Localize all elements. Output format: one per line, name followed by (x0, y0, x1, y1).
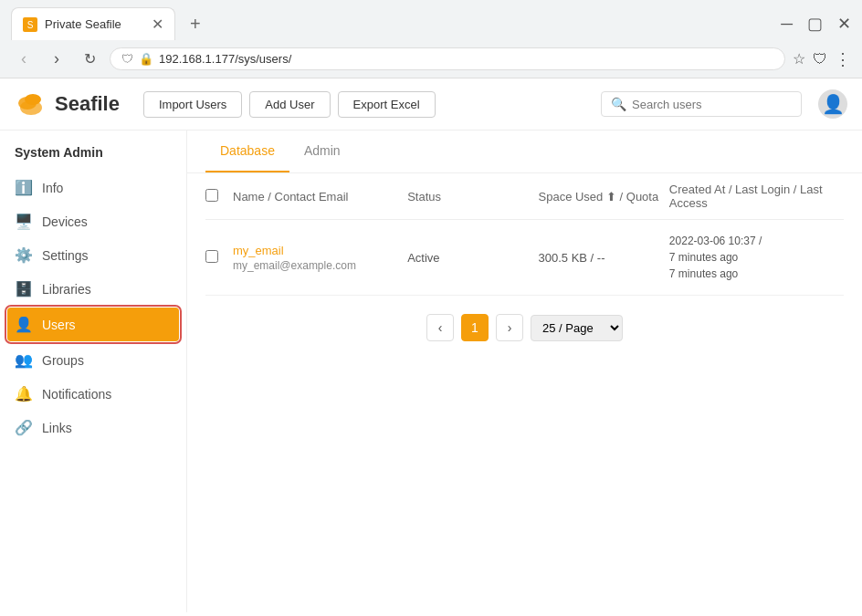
browser-title-bar: S Private Seafile ✕ + ─ ▢ ✕ (0, 0, 862, 40)
browser-menu-button[interactable]: ⋮ (835, 49, 851, 69)
column-header-status: Status (407, 190, 538, 204)
next-page-button[interactable]: › (496, 314, 523, 341)
forward-button[interactable]: › (44, 49, 69, 68)
tab-favicon: S (23, 17, 37, 32)
add-user-button[interactable]: Add User (249, 91, 330, 118)
content-area: Database Admin Name / Contact Email Stat… (187, 131, 862, 612)
cell-name: my_email my_email@example.com (233, 244, 407, 272)
header-action-buttons: Import Users Add User Export Excel (143, 91, 592, 118)
sidebar-item-users-label: Users (42, 318, 76, 332)
sidebar-item-libraries[interactable]: 🗄️ Libraries (0, 272, 186, 306)
maximize-button[interactable]: ▢ (807, 14, 823, 34)
lock-icon: 🔒 (139, 52, 153, 66)
sidebar-item-notifications[interactable]: 🔔 Notifications (0, 377, 186, 411)
info-icon: ℹ️ (15, 179, 33, 196)
new-tab-button[interactable]: + (183, 10, 208, 38)
sidebar-item-notifications-label: Notifications (42, 387, 111, 402)
table-header: Name / Contact Email Status Space Used ⬆… (205, 173, 844, 220)
sidebar-item-groups-label: Groups (42, 353, 84, 368)
sidebar-item-devices[interactable]: 🖥️ Devices (0, 204, 186, 238)
prev-page-button[interactable]: ‹ (426, 314, 454, 341)
sidebar-item-settings-label: Settings (42, 248, 89, 263)
user-email: my_email@example.com (233, 259, 356, 272)
column-header-created: Created At / Last Login / Last Access (669, 183, 844, 210)
tab-admin[interactable]: Admin (289, 131, 355, 172)
app-header: Seafile Import Users Add User Export Exc… (0, 78, 862, 131)
column-header-space: Space Used ⬆ / Quota (539, 190, 669, 204)
sidebar-item-users[interactable]: 👤 Users (7, 308, 179, 341)
bookmark-button[interactable]: ☆ (793, 50, 805, 68)
window-controls: ─ ▢ ✕ (781, 14, 851, 34)
notifications-icon: 🔔 (15, 385, 33, 402)
cell-created: 2022-03-06 10:37 / 7 minutes ago 7 minut… (669, 233, 844, 282)
search-icon: 🔍 (611, 97, 626, 111)
groups-icon: 👥 (15, 351, 33, 369)
users-table: Name / Contact Email Status Space Used ⬆… (187, 173, 862, 296)
browser-tab[interactable]: S Private Seafile ✕ (11, 7, 175, 40)
search-input[interactable] (632, 98, 778, 111)
sidebar-item-info[interactable]: ℹ️ Info (0, 171, 186, 204)
sidebar-heading: System Admin (0, 145, 186, 171)
sidebar-item-settings[interactable]: ⚙️ Settings (0, 238, 186, 272)
per-page-select[interactable]: 25 / Page 50 / Page 100 / Page (531, 315, 623, 341)
browser-nav-bar: ‹ › ↻ 🛡 🔒 192.168.1.177/sys/users/ ☆ 🛡 ⋮ (0, 40, 862, 78)
import-users-button[interactable]: Import Users (143, 91, 242, 118)
svg-point-4 (25, 94, 41, 105)
row-checkbox[interactable] (205, 250, 218, 263)
sidebar-item-libraries-label: Libraries (42, 282, 91, 297)
sidebar-item-links-label: Links (42, 421, 72, 435)
user-avatar-icon: 👤 (822, 93, 845, 115)
tab-close-button[interactable]: ✕ (152, 16, 163, 33)
row-checkbox-cell[interactable] (205, 250, 233, 266)
refresh-button[interactable]: ↻ (77, 50, 102, 68)
settings-icon: ⚙️ (15, 246, 33, 264)
browser-chrome: S Private Seafile ✕ + ─ ▢ ✕ ‹ › ↻ 🛡 🔒 19… (0, 0, 862, 78)
current-page-button[interactable]: 1 (461, 314, 489, 341)
links-icon: 🔗 (15, 419, 33, 436)
url-display: 192.168.1.177/sys/users/ (159, 52, 773, 66)
sidebar-item-groups[interactable]: 👥 Groups (0, 343, 186, 377)
app-body: System Admin ℹ️ Info 🖥️ Devices ⚙️ Setti… (0, 131, 862, 612)
user-name-link[interactable]: my_email (233, 244, 407, 257)
libraries-icon: 🗄️ (15, 280, 33, 298)
column-header-name: Name / Contact Email (233, 190, 407, 204)
export-excel-button[interactable]: Export Excel (338, 91, 436, 118)
sidebar: System Admin ℹ️ Info 🖥️ Devices ⚙️ Setti… (0, 131, 187, 612)
close-button[interactable]: ✕ (837, 14, 851, 34)
back-button[interactable]: ‹ (11, 49, 37, 68)
shield-button[interactable]: 🛡 (813, 51, 827, 68)
security-icon: 🛡 (121, 52, 133, 66)
sidebar-item-info-label: Info (42, 181, 63, 195)
address-bar[interactable]: 🛡 🔒 192.168.1.177/sys/users/ (110, 47, 785, 70)
search-box[interactable]: 🔍 (601, 91, 802, 117)
table-row: my_email my_email@example.com Active 300… (205, 220, 844, 296)
tab-database[interactable]: Database (205, 131, 289, 172)
devices-icon: 🖥️ (15, 213, 33, 230)
tab-title: Private Seafile (45, 17, 144, 31)
users-icon: 👤 (15, 316, 33, 333)
seafile-logo-text: Seafile (55, 92, 120, 116)
logo-area: Seafile (15, 88, 120, 120)
cell-status: Active (407, 251, 538, 265)
last-access: 7 minutes ago (669, 267, 738, 280)
minimize-button[interactable]: ─ (781, 15, 793, 34)
content-tabs: Database Admin (187, 131, 862, 173)
pagination: ‹ 1 › 25 / Page 50 / Page 100 / Page (187, 296, 862, 360)
app-container: Seafile Import Users Add User Export Exc… (0, 78, 862, 612)
seafile-logo-icon (15, 88, 47, 120)
header-checkbox-cell[interactable] (205, 189, 233, 204)
select-all-checkbox[interactable] (205, 189, 218, 202)
sidebar-item-links[interactable]: 🔗 Links (0, 411, 186, 444)
svg-text:S: S (27, 20, 34, 30)
last-login: 7 minutes ago (669, 251, 738, 264)
user-avatar-button[interactable]: 👤 (818, 89, 847, 119)
cell-space: 300.5 KB / -- (539, 251, 669, 265)
sidebar-item-devices-label: Devices (42, 214, 88, 229)
created-at: 2022-03-06 10:37 / (669, 235, 762, 247)
